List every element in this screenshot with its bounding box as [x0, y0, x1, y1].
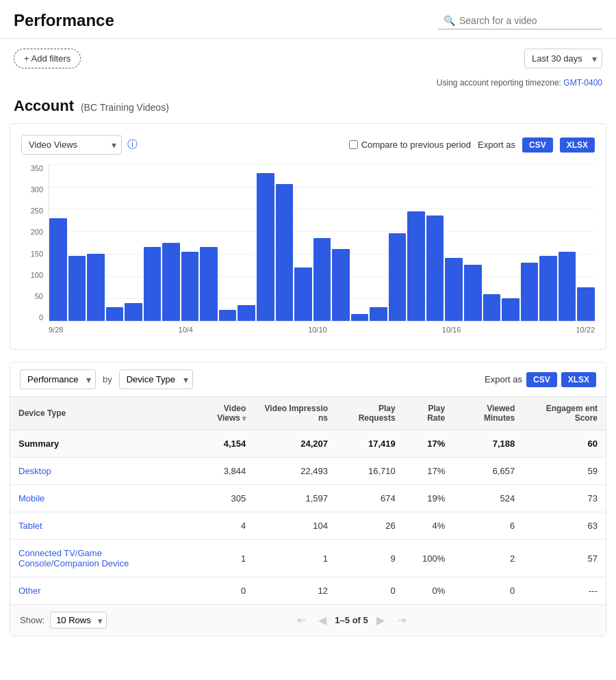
table-export-label: Export as — [485, 374, 522, 384]
summary-cell: 4,154 — [192, 430, 254, 458]
chart-area: 350 300 250 200 150 100 50 0 9/28 10/4 1… — [21, 164, 595, 342]
next-page-button[interactable]: ▶ — [372, 612, 389, 628]
chart-bar — [313, 238, 331, 321]
chart-bar — [125, 303, 142, 321]
table-export: Export as CSV XLSX — [485, 372, 596, 387]
chart-bar — [68, 256, 86, 321]
chart-bar — [238, 305, 255, 321]
chart-bar — [445, 258, 463, 321]
export-xlsx-button[interactable]: XLSX — [560, 138, 595, 153]
chart-bar — [87, 254, 105, 321]
device-type-link-cell[interactable]: Mobile — [10, 485, 192, 512]
device-type-link-cell[interactable]: Desktop — [10, 458, 192, 485]
chart-bar — [502, 298, 519, 321]
prev-page-button[interactable]: ◀ — [314, 612, 331, 628]
x-labels: 9/28 10/4 10/10 10/16 10/22 — [49, 323, 595, 342]
rows-select-wrap: 10 Rows 25 Rows 50 Rows — [50, 612, 107, 629]
data-cell: 1 — [192, 540, 254, 577]
data-cell: 0 — [453, 577, 523, 605]
rows-select[interactable]: 10 Rows 25 Rows 50 Rows — [50, 612, 107, 629]
col-header-video-impressions: Video Impressio ns — [254, 397, 336, 430]
chart-bar — [407, 211, 425, 321]
chart-bar — [200, 247, 218, 321]
summary-cell: 7,188 — [453, 430, 523, 458]
chart-controls: Video Views Video Impressions Play Reque… — [21, 135, 595, 155]
compare-label-text: Compare to previous period — [361, 140, 471, 150]
data-cell: 12 — [254, 577, 336, 605]
pagination-controls: ⇤ ◀ 1–5 of 5 ▶ ⇥ — [293, 612, 409, 628]
summary-cell: 24,207 — [254, 430, 336, 458]
data-cell: 674 — [336, 485, 404, 512]
device-type-link-cell[interactable]: Other — [10, 577, 192, 605]
sort-icon: ▿ — [242, 415, 246, 422]
device-type-link-cell[interactable]: Connected TV/Game Console/Companion Devi… — [10, 540, 192, 577]
col-header-device-type: Device Type — [10, 397, 192, 430]
data-cell: 73 — [523, 485, 606, 512]
compare-period-checkbox[interactable] — [349, 140, 358, 149]
summary-cell: 17,419 — [336, 430, 404, 458]
data-cell: 4% — [404, 512, 454, 540]
metric-select[interactable]: Video Views Video Impressions Play Reque… — [21, 135, 122, 155]
table-header-row: Device Type Video Views ▿ Video Impressi… — [10, 397, 606, 430]
chart-bar — [144, 247, 162, 321]
col-header-video-views[interactable]: Video Views ▿ — [192, 397, 254, 430]
chart-bar — [219, 310, 237, 321]
data-cell: 19% — [404, 485, 454, 512]
summary-row: Summary4,15424,20717,41917%7,18860 — [10, 430, 606, 458]
table-export-csv-button[interactable]: CSV — [526, 372, 557, 387]
col-header-play-requests: Play Requests — [336, 397, 404, 430]
search-box[interactable]: 🔍 — [438, 12, 602, 29]
table-section: Performance by Device Type Export as CSV… — [10, 362, 606, 636]
table-export-xlsx-button[interactable]: XLSX — [561, 372, 596, 387]
bars-wrap — [49, 164, 595, 322]
table-row: Desktop3,84422,49316,71017%6,65759 — [10, 458, 606, 485]
data-cell: --- — [523, 577, 606, 605]
date-range-select-wrap: Last 30 days Last 7 days Last 90 days Cu… — [524, 49, 602, 68]
data-cell: 57 — [523, 540, 606, 577]
perf-select[interactable]: Performance — [20, 369, 96, 389]
data-cell: 100% — [404, 540, 454, 577]
timezone-link[interactable]: GMT-0400 — [563, 78, 602, 88]
data-cell: 3,844 — [192, 458, 254, 485]
data-table: Device Type Video Views ▿ Video Impressi… — [10, 397, 606, 604]
info-icon[interactable]: ⓘ — [127, 138, 138, 151]
device-select[interactable]: Device Type — [119, 369, 193, 389]
show-label: Show: — [20, 615, 44, 625]
page-title: Performance — [14, 11, 114, 30]
device-type-link-cell[interactable]: Tablet — [10, 512, 192, 540]
page-info: 1–5 of 5 — [335, 615, 368, 625]
chart-bar — [276, 184, 294, 321]
data-cell: 26 — [336, 512, 404, 540]
date-range-select[interactable]: Last 30 days Last 7 days Last 90 days Cu… — [524, 49, 602, 68]
search-input[interactable] — [459, 15, 597, 26]
chart-bar — [521, 263, 539, 321]
device-select-wrap: Device Type — [119, 369, 193, 389]
chart-bar — [332, 249, 350, 321]
summary-cell: Summary — [10, 430, 192, 458]
data-cell: 2 — [453, 540, 523, 577]
compare-period-label[interactable]: Compare to previous period — [349, 140, 471, 150]
search-icon: 🔍 — [444, 15, 455, 26]
export-csv-button[interactable]: CSV — [522, 138, 553, 153]
data-cell: 0 — [336, 577, 404, 605]
table-row: Connected TV/Game Console/Companion Devi… — [10, 540, 606, 577]
table-row: Tablet4104264%663 — [10, 512, 606, 540]
by-label: by — [103, 374, 112, 384]
chart-bar — [294, 267, 312, 322]
export-as-label: Export as — [478, 140, 515, 150]
data-cell: 1,597 — [254, 485, 336, 512]
data-cell: 0 — [192, 577, 254, 605]
data-cell: 0% — [404, 577, 454, 605]
data-cell: 305 — [192, 485, 254, 512]
last-page-button[interactable]: ⇥ — [393, 612, 410, 628]
chart-bar — [370, 307, 387, 321]
table-row: Mobile3051,59767419%52473 — [10, 485, 606, 512]
add-filters-button[interactable]: + Add filters — [14, 49, 81, 68]
data-cell: 17% — [404, 458, 454, 485]
data-cell: 104 — [254, 512, 336, 540]
first-page-button[interactable]: ⇤ — [293, 612, 310, 628]
table-toolbar: Performance by Device Type Export as CSV… — [10, 363, 606, 397]
chart-bar — [389, 233, 407, 321]
data-cell: 9 — [336, 540, 404, 577]
account-section: Account (BC Training Videos) — [0, 93, 616, 123]
